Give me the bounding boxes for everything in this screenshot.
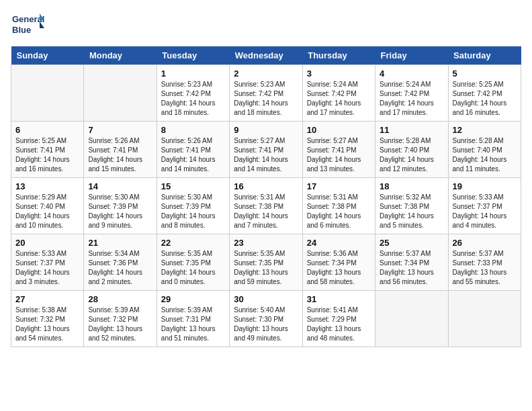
calendar-cell: 20 Sunrise: 5:33 AM Sunset: 7:37 PM Dayl… [11, 234, 84, 291]
calendar-cell: 19 Sunrise: 5:33 AM Sunset: 7:37 PM Dayl… [448, 178, 521, 234]
calendar-cell: 11 Sunrise: 5:28 AM Sunset: 7:40 PM Dayl… [375, 122, 448, 178]
calendar-cell: 12 Sunrise: 5:28 AM Sunset: 7:40 PM Dayl… [448, 122, 521, 178]
day-number: 28 [88, 294, 152, 304]
day-number: 16 [234, 181, 298, 191]
cell-info: Sunrise: 5:39 AM Sunset: 7:32 PM Dayligh… [88, 306, 152, 343]
day-number: 19 [453, 181, 517, 191]
day-number: 3 [307, 68, 371, 79]
cell-info: Sunrise: 5:33 AM Sunset: 7:37 PM Dayligh… [453, 193, 517, 230]
cell-info: Sunrise: 5:28 AM Sunset: 7:40 PM Dayligh… [453, 136, 517, 174]
header-row: SundayMondayTuesdayWednesdayThursdayFrid… [11, 46, 521, 65]
cell-info: Sunrise: 5:39 AM Sunset: 7:31 PM Dayligh… [161, 306, 225, 343]
calendar-cell: 4 Sunrise: 5:24 AM Sunset: 7:42 PM Dayli… [375, 65, 448, 122]
cell-info: Sunrise: 5:38 AM Sunset: 7:32 PM Dayligh… [15, 306, 79, 343]
calendar-cell: 1 Sunrise: 5:23 AM Sunset: 7:42 PM Dayli… [157, 65, 229, 122]
cell-info: Sunrise: 5:36 AM Sunset: 7:34 PM Dayligh… [307, 249, 371, 287]
day-number: 20 [15, 238, 79, 248]
cell-info: Sunrise: 5:37 AM Sunset: 7:33 PM Dayligh… [453, 249, 517, 287]
cell-info: Sunrise: 5:41 AM Sunset: 7:29 PM Dayligh… [307, 306, 371, 343]
day-number: 17 [307, 181, 371, 191]
cell-info: Sunrise: 5:29 AM Sunset: 7:40 PM Dayligh… [15, 193, 79, 230]
svg-text:Blue: Blue [12, 25, 31, 35]
cell-info: Sunrise: 5:25 AM Sunset: 7:41 PM Dayligh… [15, 136, 79, 174]
week-row-4: 20 Sunrise: 5:33 AM Sunset: 7:37 PM Dayl… [11, 234, 521, 291]
calendar-cell: 21 Sunrise: 5:34 AM Sunset: 7:36 PM Dayl… [84, 234, 157, 291]
calendar-cell: 5 Sunrise: 5:25 AM Sunset: 7:42 PM Dayli… [448, 65, 521, 122]
calendar-cell: 16 Sunrise: 5:31 AM Sunset: 7:38 PM Dayl… [230, 178, 302, 234]
day-number: 2 [234, 68, 298, 79]
calendar-cell [375, 291, 448, 347]
day-number: 21 [88, 238, 152, 248]
cell-info: Sunrise: 5:40 AM Sunset: 7:30 PM Dayligh… [234, 306, 298, 343]
calendar-cell: 24 Sunrise: 5:36 AM Sunset: 7:34 PM Dayl… [302, 234, 375, 291]
calendar-cell: 10 Sunrise: 5:27 AM Sunset: 7:41 PM Dayl… [302, 122, 375, 178]
cell-info: Sunrise: 5:27 AM Sunset: 7:41 PM Dayligh… [234, 136, 298, 174]
calendar-cell: 17 Sunrise: 5:31 AM Sunset: 7:38 PM Dayl… [302, 178, 375, 234]
page-header: General Blue [11, 11, 521, 41]
day-number: 18 [380, 181, 443, 191]
day-number: 29 [161, 294, 225, 304]
calendar-cell: 22 Sunrise: 5:35 AM Sunset: 7:35 PM Dayl… [157, 234, 229, 291]
cell-info: Sunrise: 5:32 AM Sunset: 7:38 PM Dayligh… [380, 193, 443, 230]
cell-info: Sunrise: 5:35 AM Sunset: 7:35 PM Dayligh… [161, 249, 225, 287]
week-row-2: 6 Sunrise: 5:25 AM Sunset: 7:41 PM Dayli… [11, 122, 521, 178]
day-number: 14 [88, 181, 152, 191]
calendar-cell: 30 Sunrise: 5:40 AM Sunset: 7:30 PM Dayl… [230, 291, 302, 347]
cell-info: Sunrise: 5:26 AM Sunset: 7:41 PM Dayligh… [88, 136, 152, 174]
day-number: 24 [307, 238, 371, 248]
cell-info: Sunrise: 5:25 AM Sunset: 7:42 PM Dayligh… [453, 80, 517, 118]
cell-info: Sunrise: 5:23 AM Sunset: 7:42 PM Dayligh… [161, 80, 225, 118]
day-number: 25 [380, 238, 443, 248]
day-number: 4 [380, 68, 443, 79]
cell-info: Sunrise: 5:35 AM Sunset: 7:35 PM Dayligh… [234, 249, 298, 287]
cell-info: Sunrise: 5:28 AM Sunset: 7:40 PM Dayligh… [380, 136, 443, 174]
calendar-cell: 23 Sunrise: 5:35 AM Sunset: 7:35 PM Dayl… [230, 234, 302, 291]
calendar-cell: 14 Sunrise: 5:30 AM Sunset: 7:39 PM Dayl… [84, 178, 157, 234]
day-number: 8 [161, 125, 225, 135]
calendar-cell: 15 Sunrise: 5:30 AM Sunset: 7:39 PM Dayl… [157, 178, 229, 234]
day-number: 31 [307, 294, 371, 304]
calendar-cell: 18 Sunrise: 5:32 AM Sunset: 7:38 PM Dayl… [375, 178, 448, 234]
cell-info: Sunrise: 5:34 AM Sunset: 7:36 PM Dayligh… [88, 249, 152, 287]
day-number: 10 [307, 125, 371, 135]
day-number: 5 [453, 68, 517, 79]
day-number: 6 [15, 125, 79, 135]
col-header-tuesday: Tuesday [157, 46, 229, 65]
cell-info: Sunrise: 5:27 AM Sunset: 7:41 PM Dayligh… [307, 136, 371, 174]
calendar-cell: 2 Sunrise: 5:23 AM Sunset: 7:42 PM Dayli… [230, 65, 302, 122]
day-number: 13 [15, 181, 79, 191]
day-number: 30 [234, 294, 298, 304]
day-number: 12 [453, 125, 517, 135]
day-number: 9 [234, 125, 298, 135]
calendar-cell: 8 Sunrise: 5:26 AM Sunset: 7:41 PM Dayli… [157, 122, 229, 178]
calendar-cell: 25 Sunrise: 5:37 AM Sunset: 7:34 PM Dayl… [375, 234, 448, 291]
col-header-wednesday: Wednesday [230, 46, 302, 65]
logo-svg: General Blue [11, 11, 44, 41]
calendar-cell: 29 Sunrise: 5:39 AM Sunset: 7:31 PM Dayl… [157, 291, 229, 347]
col-header-saturday: Saturday [448, 46, 521, 65]
day-number: 11 [380, 125, 443, 135]
cell-info: Sunrise: 5:26 AM Sunset: 7:41 PM Dayligh… [161, 136, 225, 174]
day-number: 22 [161, 238, 225, 248]
day-number: 23 [234, 238, 298, 248]
svg-text:General: General [12, 14, 44, 24]
cell-info: Sunrise: 5:30 AM Sunset: 7:39 PM Dayligh… [88, 193, 152, 230]
calendar-cell: 3 Sunrise: 5:24 AM Sunset: 7:42 PM Dayli… [302, 65, 375, 122]
cell-info: Sunrise: 5:23 AM Sunset: 7:42 PM Dayligh… [234, 80, 298, 118]
calendar-cell: 26 Sunrise: 5:37 AM Sunset: 7:33 PM Dayl… [448, 234, 521, 291]
calendar-cell: 7 Sunrise: 5:26 AM Sunset: 7:41 PM Dayli… [84, 122, 157, 178]
day-number: 7 [88, 125, 152, 135]
cell-info: Sunrise: 5:33 AM Sunset: 7:37 PM Dayligh… [15, 249, 79, 287]
calendar-table: SundayMondayTuesdayWednesdayThursdayFrid… [11, 46, 521, 347]
col-header-friday: Friday [375, 46, 448, 65]
day-number: 26 [453, 238, 517, 248]
col-header-thursday: Thursday [302, 46, 375, 65]
cell-info: Sunrise: 5:31 AM Sunset: 7:38 PM Dayligh… [234, 193, 298, 230]
col-header-monday: Monday [84, 46, 157, 65]
week-row-3: 13 Sunrise: 5:29 AM Sunset: 7:40 PM Dayl… [11, 178, 521, 234]
day-number: 15 [161, 181, 225, 191]
calendar-cell [84, 65, 157, 122]
col-header-sunday: Sunday [11, 46, 84, 65]
week-row-5: 27 Sunrise: 5:38 AM Sunset: 7:32 PM Dayl… [11, 291, 521, 347]
calendar-cell: 9 Sunrise: 5:27 AM Sunset: 7:41 PM Dayli… [230, 122, 302, 178]
